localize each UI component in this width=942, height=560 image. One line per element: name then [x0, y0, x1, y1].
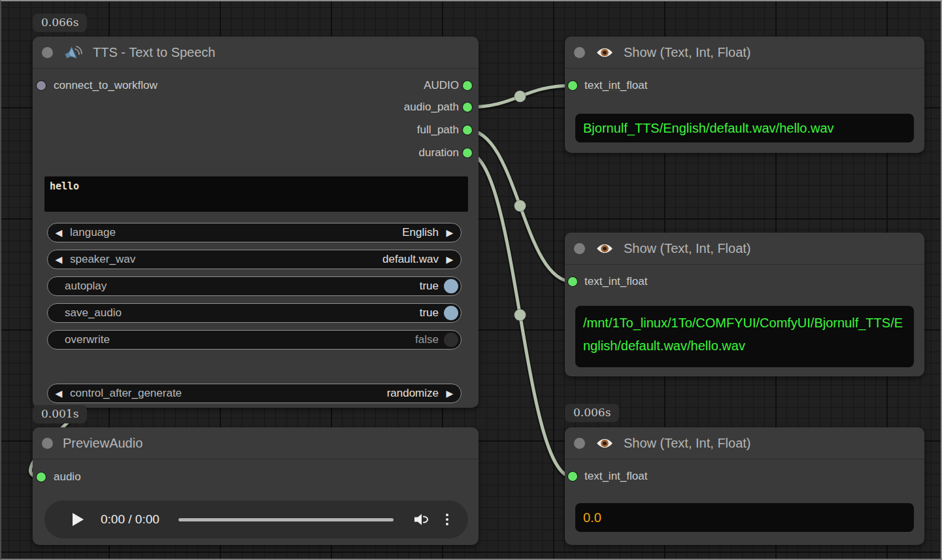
node-header: Show (Text, Int, Float) — [565, 427, 924, 459]
input-text-int-float: text_int_float — [565, 469, 761, 484]
collapse-dot[interactable] — [574, 47, 585, 58]
widget-control-after-generate[interactable]: ◀ control_after_generate randomize ▶ — [47, 384, 462, 403]
execution-time-badge: 0.066s — [33, 14, 87, 32]
node-show-text-int-float-3[interactable]: Show (Text, Int, Float) text_int_float 0… — [565, 427, 924, 545]
decrement-arrow-icon[interactable]: ◀ — [48, 254, 70, 265]
collapse-dot[interactable] — [574, 243, 585, 254]
node-show-text-int-float-1[interactable]: Show (Text, Int, Float) text_int_float B… — [565, 37, 924, 153]
node-header: Show (Text, Int, Float) — [565, 233, 924, 265]
volume-icon[interactable] — [413, 513, 429, 526]
output-port-dot[interactable] — [463, 148, 472, 157]
value-display: 0.0 — [575, 503, 914, 532]
node-title: Show (Text, Int, Float) — [624, 241, 751, 256]
widget-overwrite[interactable]: overwrite false — [47, 330, 462, 350]
node-graph-canvas[interactable]: 0.066s 0.001s 0.006s TTS - Text to Speec… — [0, 0, 942, 560]
input-port-dot[interactable] — [37, 472, 46, 482]
input-port-dot[interactable] — [568, 472, 577, 481]
output-full-path: full_path — [282, 123, 479, 137]
playback-time: 0:00 / 0:00 — [101, 512, 160, 527]
output-audio: AUDIO — [282, 78, 479, 93]
node-title: Show (Text, Int, Float) — [624, 45, 751, 60]
increment-arrow-icon[interactable]: ▶ — [439, 388, 461, 399]
eye-icon — [596, 242, 614, 255]
output-port-dot[interactable] — [463, 81, 472, 90]
audio-player[interactable]: 0:00 / 0:00 — [44, 501, 468, 538]
node-header: TTS - Text to Speech — [33, 37, 479, 69]
text-input-field[interactable]: hello — [44, 176, 468, 212]
widget-speaker-wav[interactable]: ◀ speaker_wav default.wav ▶ — [47, 250, 462, 269]
node-title: Show (Text, Int, Float) — [624, 436, 751, 451]
widget-language[interactable]: ◀ language English ▶ — [47, 223, 462, 242]
widget-autoplay[interactable]: autoplay true — [47, 276, 462, 296]
collapse-dot[interactable] — [42, 438, 53, 449]
node-tts-text-to-speech[interactable]: TTS - Text to Speech connect_to_workflow… — [33, 37, 479, 408]
more-options-icon[interactable] — [446, 514, 448, 525]
node-show-text-int-float-2[interactable]: Show (Text, Int, Float) text_int_float /… — [565, 233, 924, 376]
increment-arrow-icon[interactable]: ▶ — [439, 227, 461, 238]
node-preview-audio[interactable]: PreviewAudio audio 0:00 / 0:00 — [33, 427, 479, 545]
toggle-knob-on[interactable] — [444, 279, 458, 293]
wire-midpoint-dot[interactable] — [514, 200, 526, 212]
output-port-dot[interactable] — [463, 125, 472, 135]
input-port-dot[interactable] — [37, 81, 46, 90]
eye-icon — [596, 46, 614, 59]
output-port-dot[interactable] — [463, 103, 472, 112]
input-port-dot[interactable] — [568, 277, 577, 286]
input-text-int-float: text_int_float — [565, 274, 761, 289]
toggle-knob-off[interactable] — [444, 333, 458, 347]
node-header: PreviewAudio — [33, 427, 479, 459]
node-header: Show (Text, Int, Float) — [565, 37, 924, 69]
node-title: TTS - Text to Speech — [93, 45, 216, 60]
wire-midpoint-dot[interactable] — [514, 91, 526, 103]
collapse-dot[interactable] — [574, 438, 585, 449]
input-text-int-float: text_int_float — [565, 78, 761, 93]
wire-midpoint-dot[interactable] — [514, 309, 526, 321]
input-audio: audio — [33, 470, 229, 484]
eye-icon — [596, 437, 614, 450]
value-display: /mnt/1To_linux/1To/COMFYUI/ComfyUI/Bjorn… — [575, 306, 914, 367]
speaker-megaphone-icon — [63, 43, 83, 61]
input-port-dot[interactable] — [568, 81, 577, 90]
toggle-knob-on[interactable] — [444, 306, 458, 320]
seek-slider[interactable] — [178, 518, 394, 521]
widget-save-audio[interactable]: save_audio true — [47, 303, 462, 323]
input-connect-to-workflow: connect_to_workflow — [33, 78, 229, 93]
execution-time-badge: 0.001s — [33, 405, 87, 423]
decrement-arrow-icon[interactable]: ◀ — [48, 227, 70, 238]
value-display: Bjornulf_TTS/English/default.wav/hello.w… — [575, 114, 914, 142]
collapse-dot[interactable] — [42, 47, 53, 58]
play-icon[interactable] — [73, 513, 84, 526]
output-duration: duration — [282, 146, 479, 160]
decrement-arrow-icon[interactable]: ◀ — [48, 388, 70, 399]
execution-time-badge: 0.006s — [565, 404, 619, 422]
output-audio-path: audio_path — [282, 100, 479, 114]
increment-arrow-icon[interactable]: ▶ — [439, 254, 461, 265]
node-title: PreviewAudio — [63, 436, 143, 451]
